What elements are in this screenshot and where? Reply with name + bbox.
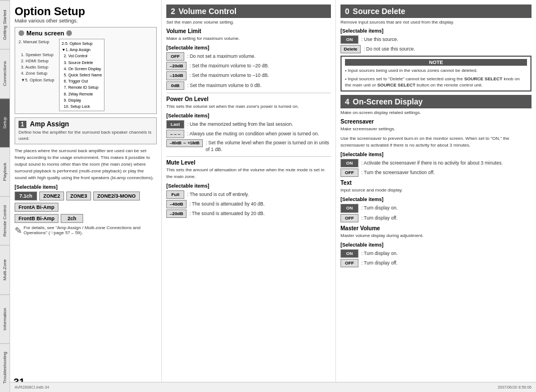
vol-text-10db: : Set the maximum volume to –10 dB. bbox=[189, 72, 331, 79]
amp-assign-body: The places where the surround back ampli… bbox=[15, 148, 157, 181]
screensaver-desc2: Use the screensaver to prevent burn-in o… bbox=[340, 135, 532, 149]
power-badge-last: Last bbox=[166, 120, 184, 129]
main-content: Option Setup Make various other settings… bbox=[10, 0, 536, 392]
mute-text-20db: : The sound is attenuated by 20 dB. bbox=[189, 211, 331, 217]
text-badge-off: OFF bbox=[340, 214, 358, 222]
power-text-range: : Set the volume level when the power is… bbox=[206, 140, 331, 153]
src-item-on: ON : Use this source. bbox=[340, 35, 532, 44]
mute-item-20db: –20dB : The sound is attenuated by 20 dB… bbox=[166, 209, 331, 218]
vol-text-off: : Do not set a maximum volume. bbox=[187, 53, 331, 60]
vol-item-0db: 0dB : Set the maximum volume to 0 dB. bbox=[166, 81, 331, 90]
power-item-range: –80dB ～ +18dB : Set the volume level whe… bbox=[166, 139, 331, 153]
amp-assign-box: 1 Amp Assign Define how the amplifier fo… bbox=[15, 117, 157, 144]
mute-level-selectable: [Selectable items] bbox=[166, 183, 331, 189]
source-delete-header: 0 Source Delete bbox=[340, 4, 532, 18]
master-volume-selectable: [Selectable items] bbox=[340, 242, 532, 248]
sidebar-item-connections[interactable]: Connections bbox=[0, 49, 10, 98]
text-heading: Text bbox=[340, 180, 532, 186]
vol-header-title: Volume Control bbox=[179, 7, 237, 16]
on-screen-num: 4 bbox=[345, 97, 349, 106]
master-volume-heading: Master Volume bbox=[340, 225, 532, 231]
sidebar-item-setup[interactable]: Setup bbox=[0, 98, 10, 147]
footer-right: 2007/06/20 8:58:06 bbox=[498, 385, 532, 389]
vol-header-num: 2 bbox=[171, 7, 175, 16]
vol-badge-20db: –20dB bbox=[166, 62, 187, 70]
master-vol-text-off: : Turn display off. bbox=[361, 260, 532, 267]
mute-badge-40db: –40dB bbox=[166, 200, 187, 208]
power-item-dash: – – – : Always use the muting on conditi… bbox=[166, 130, 331, 138]
vol-item-off: OFF : Do not set a maximum volume. bbox=[166, 52, 331, 61]
power-text-dash: : Always use the muting on condition whe… bbox=[187, 131, 331, 138]
power-on-level-heading: Power On Level bbox=[166, 96, 331, 102]
mute-badge-full: Full bbox=[166, 190, 184, 199]
vol-item-10db: –10dB : Set the maximum volume to –10 dB… bbox=[166, 71, 331, 80]
text-text-on: : Turn display on. bbox=[361, 205, 532, 212]
screensaver-text-off: : Turn the screensaver function off. bbox=[361, 170, 532, 176]
sidebar-item-information[interactable]: Information bbox=[0, 294, 10, 343]
sidebar-item-playback[interactable]: Playback bbox=[0, 147, 10, 196]
mute-item-40db: –40dB : The sound is attenuated by 40 dB… bbox=[166, 200, 331, 208]
sidebar-item-remote-control[interactable]: Remote Control bbox=[0, 196, 10, 245]
note-box: NOTE • Input sources being used in the v… bbox=[340, 56, 532, 92]
btn-fronta-biamp[interactable]: FrontA Bi-Amp bbox=[15, 203, 58, 212]
vol-badge-off: OFF bbox=[166, 52, 184, 61]
text-item-on: ON : Turn display on. bbox=[340, 204, 532, 212]
mute-text-40db: : The sound is attenuated by 40 dB. bbox=[189, 201, 331, 208]
screensaver-heading: Screensaver bbox=[340, 118, 532, 125]
amp-assign-num: 1 bbox=[19, 121, 26, 128]
sidebar-item-multi-zone[interactable]: Multi-Zone bbox=[0, 245, 10, 294]
side-tabs: Getting Started Connections Setup Playba… bbox=[0, 0, 10, 392]
vol-subtitle: Set the main zone volume setting. bbox=[166, 20, 331, 25]
option-setup-subtitle: Make various other settings. bbox=[15, 18, 157, 24]
note-pencil-icon: ✎ bbox=[15, 225, 22, 236]
screensaver-badge-on: ON bbox=[340, 159, 358, 167]
btn-zone23mono[interactable]: ZONE2/3-MONO bbox=[93, 192, 140, 200]
screensaver-item-on: ON : Activate the screensaver if there i… bbox=[340, 159, 532, 167]
menu-items-container: 2. Manual Setup 1. Speaker Setup 2. HDMI… bbox=[19, 39, 153, 111]
src-text-delete: : Do not use this source. bbox=[364, 46, 532, 53]
vol-badge-0db: 0dB bbox=[166, 81, 184, 90]
src-delete-selectable: [Selectable items] bbox=[340, 28, 532, 34]
power-item-last: Last : Use the memorized setting from th… bbox=[166, 120, 331, 129]
src-item-delete: Delete : Do not use this source. bbox=[340, 45, 532, 53]
master-vol-text-on: : Turn display on. bbox=[361, 250, 532, 257]
text-selectable: [Selectable items] bbox=[340, 197, 532, 202]
middle-panel: 2 Volume Control Set the main zone volum… bbox=[162, 0, 336, 392]
power-text-last: : Use the memorized setting from the las… bbox=[187, 121, 331, 128]
btn-zone2[interactable]: ZONE2 bbox=[39, 192, 64, 200]
note-title: NOTE bbox=[345, 59, 527, 66]
mute-item-full: Full : The sound is cut off entirely. bbox=[166, 190, 331, 199]
menu-icon bbox=[19, 30, 24, 36]
btn-zone3[interactable]: ZONE3 bbox=[66, 192, 91, 200]
sidebar-item-troubleshooting[interactable]: Troubleshooting bbox=[0, 343, 10, 392]
amp-assign-desc: Define how the amplifier for the surroun… bbox=[19, 129, 153, 142]
vol-text-0db: : Set the maximum volume to 0 dB. bbox=[187, 83, 331, 89]
right-panel: 0 Source Delete Remove input sources tha… bbox=[336, 0, 536, 392]
sidebar-item-getting-started[interactable]: Getting Started bbox=[0, 0, 10, 49]
on-screen-title: On-Screen Display bbox=[353, 97, 423, 106]
menu-screen-title: Menu screen bbox=[19, 30, 153, 37]
btn-frontb-biamp[interactable]: FrontB Bi-Amp bbox=[15, 214, 58, 223]
volume-limit-heading: Volume Limit bbox=[166, 28, 331, 34]
amp-assign-buttons: 7.1ch ZONE2 ZONE3 ZONE2/3-MONO FrontA Bi… bbox=[15, 192, 157, 212]
btn-71ch[interactable]: 7.1ch bbox=[15, 192, 37, 200]
amp-assign-header: 1 Amp Assign bbox=[19, 120, 153, 128]
master-volume-desc: Master volume display during adjustment. bbox=[340, 233, 532, 239]
menu-sub-box: 2-5. Option Setup ▼1. Amp Assign 2. Vol … bbox=[59, 39, 105, 111]
text-badge-on: ON bbox=[340, 204, 358, 212]
menu-circle-indicator bbox=[66, 30, 72, 36]
mute-level-desc: This sets the amount of attenuation of t… bbox=[166, 167, 331, 180]
vol-control-header: 2 Volume Control bbox=[166, 4, 331, 18]
src-delete-num: 0 bbox=[345, 7, 349, 16]
src-delete-subtitle: Remove input sources that are not used f… bbox=[340, 20, 532, 25]
src-badge-on: ON bbox=[340, 35, 358, 44]
src-delete-title: Source Delete bbox=[353, 7, 405, 16]
footer-bar: AVR2808CI.indb 34 2007/06/20 8:58:06 bbox=[10, 382, 536, 392]
screensaver-desc1: Make screensaver settings. bbox=[340, 126, 532, 133]
btn-2ch[interactable]: 2ch bbox=[61, 214, 83, 223]
volume-limit-selectable: [Selectable items] bbox=[166, 45, 331, 51]
on-screen-subtitle: Make on-screen display related settings. bbox=[340, 110, 532, 115]
amp-assign-selectable-label: [Selectable items] bbox=[15, 184, 157, 190]
amp-assign-title: Amp Assign bbox=[30, 120, 69, 128]
screensaver-badge-off: OFF bbox=[340, 168, 358, 177]
